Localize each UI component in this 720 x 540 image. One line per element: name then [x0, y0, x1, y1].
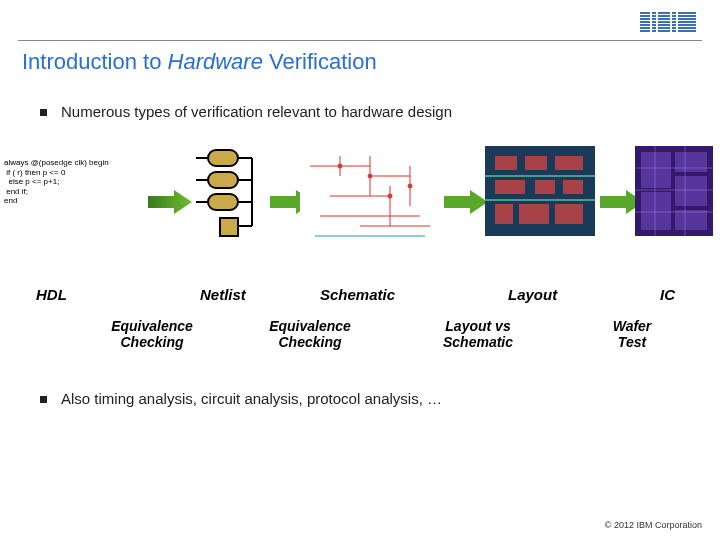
svg-point-29: [408, 184, 412, 188]
svg-rect-0: [640, 12, 696, 14]
label-schematic: Schematic: [320, 286, 395, 303]
svg-rect-1: [640, 15, 696, 17]
label-layout: Layout: [508, 286, 557, 303]
title-suffix: Verification: [263, 49, 377, 74]
svg-rect-33: [495, 156, 517, 170]
svg-rect-9: [670, 12, 672, 34]
title-prefix: Introduction to: [22, 49, 168, 74]
svg-point-28: [388, 194, 392, 198]
header: [0, 0, 720, 40]
svg-rect-38: [563, 180, 583, 194]
svg-rect-4: [640, 24, 696, 26]
checks-row: Equivalence Checking Equivalence Checkin…: [0, 318, 720, 362]
stage-netlist: [188, 146, 268, 242]
bullet-text: Also timing analysis, circuit analysis, …: [61, 390, 442, 407]
label-ic: IC: [660, 286, 675, 303]
ibm-logo-icon: [640, 12, 696, 34]
svg-rect-41: [555, 204, 583, 224]
stage-layout: [480, 146, 600, 236]
label-equivalence-checking-2: Equivalence Checking: [250, 318, 370, 350]
arrow-icon: [148, 190, 192, 218]
svg-rect-40: [519, 204, 549, 224]
svg-rect-7: [650, 12, 652, 34]
svg-rect-34: [525, 156, 547, 170]
svg-rect-2: [640, 18, 696, 20]
svg-rect-48: [675, 176, 707, 206]
svg-rect-12: [208, 150, 238, 166]
svg-marker-11: [148, 190, 192, 214]
label-equivalence-checking-1: Equivalence Checking: [92, 318, 212, 350]
label-hdl: HDL: [36, 286, 67, 303]
label-wafer-test: Wafer Test: [582, 318, 682, 350]
svg-rect-35: [555, 156, 583, 170]
label-layout-vs-schematic: Layout vs Schematic: [418, 318, 538, 350]
svg-point-26: [338, 164, 342, 168]
hdl-code-snippet: always @(posedge clk) begin if ( r) then…: [4, 146, 154, 206]
bullet-item: Numerous types of verification relevant …: [0, 85, 720, 120]
svg-rect-49: [641, 192, 671, 230]
bullet-square-icon: [40, 396, 47, 403]
svg-rect-37: [535, 180, 555, 194]
divider: [18, 40, 702, 41]
svg-rect-6: [640, 30, 696, 32]
copyright: © 2012 IBM Corporation: [605, 520, 702, 530]
svg-rect-10: [676, 12, 678, 34]
svg-rect-50: [675, 210, 707, 230]
bullet-item: Also timing analysis, circuit analysis, …: [0, 362, 720, 407]
svg-rect-39: [495, 204, 513, 224]
bullet-square-icon: [40, 109, 47, 116]
svg-rect-13: [208, 172, 238, 188]
svg-rect-46: [641, 152, 671, 188]
stage-hdl: always @(posedge clk) begin if ( r) then…: [4, 146, 154, 206]
title-emphasis: Hardware: [168, 49, 263, 74]
svg-rect-36: [495, 180, 525, 194]
svg-rect-5: [640, 27, 696, 29]
svg-rect-8: [656, 12, 658, 34]
svg-rect-15: [220, 218, 238, 236]
flow-diagram: always @(posedge clk) begin if ( r) then…: [0, 146, 720, 286]
bullet-text: Numerous types of verification relevant …: [61, 103, 452, 120]
svg-point-27: [368, 174, 372, 178]
svg-rect-14: [208, 194, 238, 210]
svg-rect-47: [675, 152, 707, 172]
stage-ic: [634, 146, 714, 236]
stage-schematic: [300, 146, 440, 246]
stage-labels: HDL Netlist Schematic Layout IC: [0, 286, 720, 312]
slide-title: Introduction to Hardware Verification: [0, 49, 720, 85]
svg-rect-3: [640, 21, 696, 23]
label-netlist: Netlist: [200, 286, 246, 303]
